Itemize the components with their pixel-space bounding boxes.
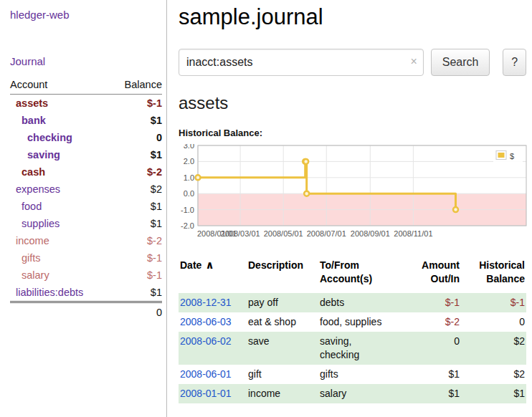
register-cell-description: save bbox=[247, 332, 318, 365]
svg-text:2008/05/01: 2008/05/01 bbox=[264, 229, 303, 238]
sort-ascending-icon: ∧ bbox=[201, 259, 214, 272]
accounts-total-balance: 0 bbox=[110, 302, 162, 322]
account-name-cell: food bbox=[10, 198, 110, 215]
svg-text:2008/03/01: 2008/03/01 bbox=[221, 229, 260, 238]
account-row: assets$-1 bbox=[10, 95, 162, 112]
account-name-cell: checking bbox=[10, 129, 110, 146]
account-name-cell: saving bbox=[10, 146, 110, 163]
clear-search-icon[interactable]: × bbox=[410, 55, 417, 68]
account-name-cell: gifts bbox=[10, 249, 110, 267]
account-row: supplies$1 bbox=[10, 215, 162, 232]
register-cell-balance: $2 bbox=[465, 332, 526, 365]
journal-link[interactable]: Journal bbox=[10, 55, 162, 67]
account-row: cash$-2 bbox=[10, 163, 162, 181]
account-link-expenses[interactable]: expenses bbox=[16, 183, 60, 195]
account-row: liabilities:debts$1 bbox=[10, 284, 162, 302]
register-cell-amount: $-1 bbox=[408, 293, 465, 312]
account-heading: assets bbox=[179, 93, 526, 113]
account-link-liabilities-debts[interactable]: liabilities:debts bbox=[16, 287, 83, 298]
search-button[interactable]: Search bbox=[431, 49, 490, 76]
accounts-header-row: Account Balance bbox=[10, 77, 162, 95]
account-link-income[interactable]: income bbox=[16, 235, 49, 246]
accounts-table: Account Balance assets$-1bank$1checking0… bbox=[10, 77, 162, 321]
register-cell-amount: $-2 bbox=[408, 312, 465, 332]
register-cell-date: 2008-01-01 bbox=[179, 384, 247, 403]
account-link-food[interactable]: food bbox=[22, 201, 42, 212]
register-cell-amount: 0 bbox=[408, 332, 465, 365]
app-title-link[interactable]: hledger-web bbox=[10, 9, 162, 21]
transaction-date-link[interactable]: 2008-06-03 bbox=[180, 316, 232, 327]
account-name-cell: supplies bbox=[10, 215, 110, 232]
register-row: 2008-01-01incomesalary$1$1 bbox=[179, 384, 526, 403]
account-link-gifts[interactable]: gifts bbox=[22, 252, 41, 264]
register-cell-date: 2008-12-31 bbox=[179, 293, 247, 312]
account-link-checking[interactable]: checking bbox=[27, 132, 72, 143]
register-cell-accounts: food, supplies bbox=[318, 312, 408, 332]
search-bar: × Search ? bbox=[179, 49, 526, 76]
account-balance: $-1 bbox=[110, 267, 162, 284]
account-row: bank$1 bbox=[10, 112, 162, 129]
accounts-total-row: 0 bbox=[10, 302, 162, 322]
svg-text:2.0: 2.0 bbox=[184, 157, 194, 166]
register-cell-description: income bbox=[247, 384, 318, 403]
register-header-to-from-account-s-: To/FromAccount(s) bbox=[318, 259, 408, 293]
transaction-date-link[interactable]: 2008-01-01 bbox=[180, 388, 232, 399]
register-cell-balance: 0 bbox=[465, 312, 526, 332]
svg-text:$: $ bbox=[510, 152, 514, 160]
accounts-header-balance: Balance bbox=[110, 77, 162, 95]
transaction-date-link[interactable]: 2008-06-02 bbox=[180, 335, 232, 347]
historical-balance-chart: 3.02.01.00.0-1.0-2.02008/01/012008/03/01… bbox=[179, 144, 528, 240]
account-name-cell: cash bbox=[10, 163, 110, 181]
register-cell-balance: $1 bbox=[465, 384, 526, 403]
chart-title: Historical Balance: bbox=[179, 128, 526, 138]
account-row: food$1 bbox=[10, 198, 162, 215]
account-name-cell: expenses bbox=[10, 181, 110, 198]
account-link-salary[interactable]: salary bbox=[22, 269, 49, 281]
account-name-cell: income bbox=[10, 232, 110, 249]
register-row: 2008-06-01giftgifts$1$2 bbox=[179, 365, 526, 384]
register-header-row: Date ∧DescriptionTo/FromAccount(s)Amount… bbox=[179, 259, 526, 293]
account-row: checking0 bbox=[10, 129, 162, 146]
svg-text:3.0: 3.0 bbox=[184, 144, 194, 150]
register-cell-date: 2008-06-02 bbox=[179, 332, 247, 365]
sidebar: hledger-web Journal Account Balance asse… bbox=[0, 0, 167, 417]
account-name-cell: assets bbox=[10, 95, 110, 112]
account-balance: $1 bbox=[110, 112, 162, 129]
account-link-saving[interactable]: saving bbox=[27, 149, 60, 160]
page-title: sample.journal bbox=[179, 4, 526, 30]
account-balance: $1 bbox=[110, 198, 162, 215]
svg-text:2008/11/01: 2008/11/01 bbox=[394, 229, 432, 238]
chart-svg: 3.02.01.00.0-1.0-2.02008/01/012008/03/01… bbox=[179, 144, 528, 240]
register-cell-description: eat & shop bbox=[247, 312, 318, 332]
register-cell-accounts: saving,checking bbox=[318, 332, 408, 365]
register-row: 2008-12-31pay offdebts$-1$-1 bbox=[179, 293, 526, 312]
accounts-total-spacer bbox=[10, 302, 110, 322]
account-link-supplies[interactable]: supplies bbox=[22, 218, 60, 229]
account-name-cell: bank bbox=[10, 112, 110, 129]
register-cell-date: 2008-06-03 bbox=[179, 312, 247, 332]
account-row: saving$1 bbox=[10, 146, 162, 163]
svg-text:2008/07/01: 2008/07/01 bbox=[307, 229, 346, 238]
register-cell-description: gift bbox=[247, 365, 318, 384]
register-table: Date ∧DescriptionTo/FromAccount(s)Amount… bbox=[179, 259, 526, 403]
account-row: expenses$2 bbox=[10, 181, 162, 198]
register-cell-accounts: salary bbox=[318, 384, 408, 403]
accounts-header-account: Account bbox=[10, 77, 110, 95]
transaction-date-link[interactable]: 2008-06-01 bbox=[180, 368, 232, 380]
transaction-date-link[interactable]: 2008-12-31 bbox=[180, 297, 232, 308]
register-row: 2008-06-03eat & shopfood, supplies$-20 bbox=[179, 312, 526, 332]
account-row: gifts$-1 bbox=[10, 249, 162, 267]
register-header-description: Description bbox=[247, 259, 318, 293]
account-link-cash[interactable]: cash bbox=[22, 166, 45, 178]
account-link-bank[interactable]: bank bbox=[22, 115, 46, 126]
account-balance: $-1 bbox=[110, 249, 162, 267]
account-link-assets[interactable]: assets bbox=[16, 97, 48, 109]
search-input[interactable] bbox=[179, 49, 424, 76]
svg-text:-2.0: -2.0 bbox=[181, 221, 194, 230]
help-button[interactable]: ? bbox=[503, 49, 526, 76]
register-header-date[interactable]: Date ∧ bbox=[179, 259, 247, 293]
register-cell-balance: $-1 bbox=[465, 293, 526, 312]
search-input-wrap: × bbox=[179, 49, 424, 76]
account-balance: $-1 bbox=[110, 95, 162, 112]
account-balance: $2 bbox=[110, 181, 162, 198]
